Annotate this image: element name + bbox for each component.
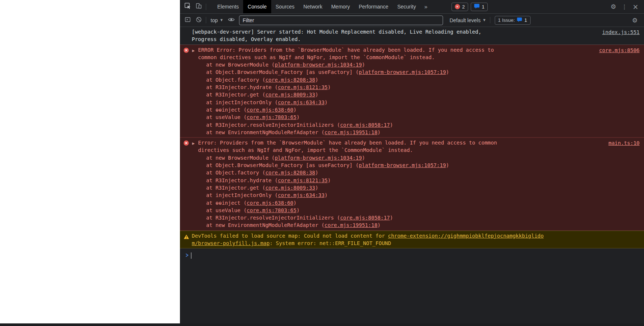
menu-button[interactable]: ⋮	[619, 1, 630, 12]
stack-source-link[interactable]: core.mjs:638:60	[247, 200, 293, 206]
toolbar-divider	[206, 17, 206, 23]
info-message: [webpack-dev-server] Server started: Hot…	[180, 27, 644, 45]
stack-source-link[interactable]: platform-browser.mjs:1034:19	[275, 62, 362, 68]
error-counter[interactable]: × 2	[452, 3, 468, 11]
text-cursor	[191, 252, 191, 259]
javascript-context-selector[interactable]: top ▼	[208, 17, 226, 23]
stack-source-link[interactable]: core.mjs:8121:35	[278, 84, 328, 90]
tab-network[interactable]: Network	[299, 0, 327, 13]
inspect-element-button[interactable]	[182, 1, 193, 12]
page-content	[0, 0, 180, 323]
menu-dots-icon: ⋮	[621, 3, 627, 10]
stack-frame-text: at injectInjectorOnly (	[206, 192, 278, 198]
console-settings-button[interactable]: ⚙	[629, 15, 640, 26]
stack-source-link[interactable]: core.mjs:634:33	[278, 192, 324, 198]
stack-frame: at R3Injector.hydrate (core.mjs:8121:35)	[198, 177, 596, 184]
stack-frame: at Object.factory (core.mjs:8208:38)	[198, 169, 596, 176]
stack-source-link[interactable]: core.mjs:8121:35	[278, 177, 328, 183]
issues-button[interactable]: 1 Issue: 1	[495, 16, 531, 25]
stack-source-link[interactable]: core.mjs:8009:33	[265, 92, 315, 98]
stack-frame-text: )	[296, 207, 299, 213]
log-levels-selector[interactable]: Default levels ▼	[447, 17, 488, 23]
stack-source-link[interactable]: core.mjs:634:33	[278, 99, 324, 105]
expand-icon[interactable]: ▶	[192, 47, 195, 54]
message-source-link[interactable]: core.mjs:8506	[599, 47, 640, 54]
more-tabs-button[interactable]: »	[420, 1, 432, 12]
message-text-pre: DevTools failed to load source map: Coul…	[192, 233, 388, 239]
stack-source-link[interactable]: core.mjs:7803:65	[247, 114, 297, 120]
stack-frame-text: )	[328, 84, 331, 90]
stack-source-link[interactable]: core.mjs:8208:38	[265, 170, 315, 176]
tab-sources[interactable]: Sources	[271, 0, 299, 13]
tab-security[interactable]: Security	[393, 0, 420, 13]
stack-frame-text: )	[315, 185, 318, 191]
settings-gear-icon: ⚙	[610, 3, 616, 10]
stack-frame: at useValue (core.mjs:7803:65)	[198, 207, 596, 214]
close-devtools-button[interactable]: ×	[630, 1, 641, 12]
stack-frame-text: at ɵɵinject (	[206, 200, 247, 206]
tab-performance[interactable]: Performance	[354, 0, 393, 13]
stack-frame-text: )	[378, 129, 381, 135]
stack-frame: at ɵɵinject (core.mjs:638:60)	[198, 199, 596, 207]
tab-elements[interactable]: Elements	[213, 0, 243, 13]
stack-source-link[interactable]: platform-browser.mjs:1057:19	[359, 69, 446, 75]
stack-frame-text: at Object.BrowserModule_Factory [as useF…	[206, 69, 359, 75]
issue-count: 1	[482, 4, 484, 10]
stack-frame-text: )	[324, 192, 327, 198]
stack-frame: at new EnvironmentNgModuleRefAdapter (co…	[198, 129, 596, 136]
message-body: Error: Providers from the `BrowserModule…	[198, 139, 596, 229]
clear-console-icon	[195, 16, 202, 24]
stack-source-link[interactable]: platform-browser.mjs:1057:19	[359, 162, 446, 168]
stack-source-link[interactable]: core.mjs:7803:65	[247, 207, 297, 213]
stack-source-link[interactable]: core.mjs:8009:33	[265, 185, 315, 191]
chevron-down-icon: ▼	[483, 18, 485, 22]
tab-console[interactable]: Console	[243, 0, 271, 13]
stack-source-link[interactable]: core.mjs:638:60	[247, 107, 293, 113]
context-label: top	[211, 17, 218, 23]
filter-input[interactable]	[239, 16, 443, 25]
stack-source-link[interactable]: core.mjs:19951:18	[324, 129, 377, 135]
stack-frame-text: )	[390, 122, 393, 128]
message-source-link[interactable]: index.js:551	[602, 28, 640, 36]
settings-button[interactable]: ⚙	[608, 1, 619, 12]
stack-frame-text: at useValue (	[206, 114, 247, 120]
stack-source-link[interactable]: core.mjs:8058:17	[340, 215, 390, 221]
stack-frame-text: at useValue (	[206, 207, 247, 213]
chevron-down-icon: ▼	[220, 18, 222, 22]
stack-source-link[interactable]: platform-browser.mjs:1034:19	[275, 155, 362, 161]
error-message: ▶ERROR Error: Providers from the `Browse…	[180, 45, 644, 138]
stack-frame-text: at Object.factory (	[206, 77, 265, 83]
close-icon: ×	[633, 3, 638, 11]
stack-frame: at Object.factory (core.mjs:8208:38)	[198, 76, 596, 84]
stack-frame-text: )	[390, 215, 393, 221]
clear-console-button[interactable]	[193, 15, 204, 26]
stack-source-link[interactable]: core.mjs:8058:17	[340, 122, 390, 128]
live-expression-button[interactable]	[226, 15, 237, 26]
stack-frame-text: )	[328, 177, 331, 183]
stack-frame: at injectInjectorOnly (core.mjs:634:33)	[198, 191, 596, 199]
stack-source-link[interactable]: core.mjs:8208:38	[265, 77, 315, 83]
device-toolbar-icon	[195, 2, 202, 11]
stack-frame-text: at R3Injector.hydrate (	[206, 177, 278, 183]
stack-source-link[interactable]: core.mjs:19951:18	[324, 222, 377, 228]
stack-frame-text: )	[315, 77, 318, 83]
stack-frame-text: )	[362, 155, 365, 161]
stack-frame-text: )	[293, 107, 296, 113]
message-text: ERROR Error: Providers from the `Browser…	[198, 47, 494, 60]
error-icon	[184, 47, 189, 52]
issue-counter[interactable]: 1	[471, 3, 488, 11]
message-text: [webpack-dev-server] Server started: Hot…	[192, 29, 481, 42]
warning-icon	[184, 234, 189, 241]
device-toolbar-button[interactable]	[193, 1, 204, 12]
stack-frame-text: )	[446, 162, 449, 168]
tab-memory[interactable]: Memory	[327, 0, 354, 13]
message-source-link[interactable]: main.ts:10	[609, 139, 640, 147]
console-prompt[interactable]	[180, 248, 644, 259]
expand-icon[interactable]: ▶	[192, 140, 195, 147]
stack-frame-text: )	[362, 62, 365, 68]
toolbar-divider	[206, 4, 206, 10]
console-sidebar-button[interactable]	[182, 15, 193, 26]
stack-frame-text: at R3Injector.resolveInjectorInitializer…	[206, 122, 340, 128]
console-messages: [webpack-dev-server] Server started: Hot…	[180, 27, 644, 248]
stack-frame-text: at ɵɵinject (	[206, 107, 247, 113]
